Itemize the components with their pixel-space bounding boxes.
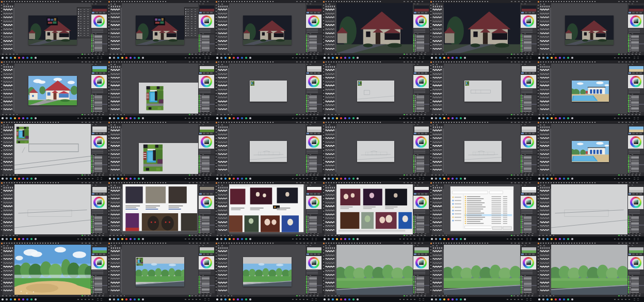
brush-panel[interactable] xyxy=(217,184,229,234)
brush-tool-icon[interactable] xyxy=(113,6,115,7)
navigator-thumbnail[interactable] xyxy=(92,66,107,73)
brush-tool-icon[interactable] xyxy=(10,247,11,249)
dropdown-checkbox[interactable] xyxy=(185,30,186,31)
panel-tabs[interactable] xyxy=(91,72,107,74)
browser-icon-red[interactable] xyxy=(340,238,342,240)
brush-tool-icon[interactable] xyxy=(326,6,327,7)
taskbar[interactable] xyxy=(429,297,537,302)
brush-tool-icon[interactable] xyxy=(328,66,329,68)
app-icon-purple[interactable] xyxy=(22,298,24,300)
app-icon-blue[interactable] xyxy=(241,117,243,119)
dropdown-row[interactable] xyxy=(78,15,90,18)
color-wheel[interactable] xyxy=(523,76,534,87)
app-icon-blue[interactable] xyxy=(134,238,136,240)
brush-tool-icon[interactable] xyxy=(441,247,443,249)
brush-tool-icon[interactable] xyxy=(111,66,112,68)
brush-stroke-list[interactable] xyxy=(432,68,443,112)
app-icon-purple[interactable] xyxy=(130,57,132,59)
dropdown-row[interactable] xyxy=(185,27,198,29)
panel-tab[interactable] xyxy=(317,193,320,195)
layers-panel[interactable] xyxy=(627,35,644,52)
explorer-icon-yellow[interactable] xyxy=(14,298,16,300)
browser-icon-blue[interactable] xyxy=(117,57,119,59)
color-slider[interactable] xyxy=(629,274,640,275)
brush-stroke-list[interactable] xyxy=(432,249,443,293)
taskbar[interactable] xyxy=(322,116,429,121)
panel-tab[interactable] xyxy=(421,12,424,13)
panel-tab[interactable] xyxy=(199,12,202,13)
brush-tool-icon[interactable] xyxy=(540,126,542,128)
color-slider[interactable] xyxy=(521,30,533,31)
panel-tabs[interactable] xyxy=(520,193,537,195)
dropdown-checkbox[interactable] xyxy=(78,16,79,17)
brush-tool-icon[interactable] xyxy=(119,126,121,128)
panel-tab[interactable] xyxy=(417,12,420,13)
brush-tool-icon[interactable] xyxy=(4,187,5,188)
brush-toolbar[interactable] xyxy=(3,247,14,249)
brush-toolbar[interactable] xyxy=(432,247,444,249)
app-icon-green[interactable] xyxy=(138,178,140,180)
brush-panel[interactable] xyxy=(539,3,551,53)
dropdown-row[interactable] xyxy=(185,35,198,37)
taskbar[interactable] xyxy=(429,236,537,242)
color-slider[interactable] xyxy=(629,153,640,154)
navigator-thumbnail[interactable] xyxy=(199,66,215,73)
brush-panel[interactable] xyxy=(110,63,122,114)
app-icon-purple[interactable] xyxy=(559,298,561,300)
brush-tool-icon[interactable] xyxy=(12,6,13,7)
panel-tab[interactable] xyxy=(206,12,209,13)
color-sliders[interactable] xyxy=(91,89,107,93)
brush-tool-icon[interactable] xyxy=(435,247,437,249)
brush-tool-icon[interactable] xyxy=(439,187,441,188)
app-icon-blue[interactable] xyxy=(26,57,28,59)
system-tray[interactable] xyxy=(292,57,310,58)
dropdown-row[interactable] xyxy=(185,18,198,20)
color-sliders[interactable] xyxy=(198,28,215,33)
brush-stroke-item[interactable] xyxy=(217,289,228,293)
brush-tool-icon[interactable] xyxy=(435,66,437,68)
taskbar[interactable] xyxy=(107,176,215,181)
app-icon-purple[interactable] xyxy=(344,238,346,240)
browser-icon-red[interactable] xyxy=(233,117,235,119)
panel-tab[interactable] xyxy=(425,193,427,195)
brush-tool-icon[interactable] xyxy=(115,66,117,68)
color-wheel[interactable] xyxy=(308,257,319,268)
brush-tool-icon[interactable] xyxy=(111,247,112,249)
taskbar-clock[interactable] xyxy=(419,178,426,180)
sv-picker[interactable] xyxy=(312,200,316,204)
sv-picker[interactable] xyxy=(634,19,638,23)
search-icon[interactable] xyxy=(435,117,437,119)
app-icon-gray[interactable] xyxy=(357,298,359,300)
brush-tool-icon[interactable] xyxy=(437,66,439,68)
color-slider[interactable] xyxy=(92,210,103,211)
taskbar[interactable] xyxy=(322,176,429,181)
sv-picker[interactable] xyxy=(419,79,424,84)
brush-tool-icon[interactable] xyxy=(224,6,226,7)
color-slider[interactable] xyxy=(414,271,425,272)
layers-panel[interactable] xyxy=(627,216,644,233)
app-icon-green[interactable] xyxy=(567,117,569,119)
panel-tab[interactable] xyxy=(417,253,420,255)
panel-tab[interactable] xyxy=(414,253,416,255)
panel-tab[interactable] xyxy=(521,133,524,134)
browser-icon-red[interactable] xyxy=(447,57,449,59)
panel-tab[interactable] xyxy=(528,193,531,195)
system-tray[interactable] xyxy=(185,118,202,119)
window-controls[interactable] xyxy=(404,243,425,244)
artwork-canvas[interactable] xyxy=(357,81,395,102)
taskbar[interactable] xyxy=(0,116,107,121)
taskbar-clock[interactable] xyxy=(312,298,319,301)
canvas-area[interactable] xyxy=(336,3,413,53)
color-slider[interactable] xyxy=(92,32,103,33)
brush-stroke-item[interactable] xyxy=(325,47,335,51)
explorer-icon-yellow[interactable] xyxy=(14,57,16,59)
system-tray[interactable] xyxy=(614,299,632,300)
color-slider[interactable] xyxy=(307,274,318,275)
canvas-area[interactable] xyxy=(229,245,305,295)
app-icon-gray[interactable] xyxy=(249,57,251,59)
artwork-canvas[interactable] xyxy=(14,184,91,234)
brush-tool-icon[interactable] xyxy=(544,6,546,7)
layers-panel[interactable] xyxy=(305,276,322,293)
artwork-canvas[interactable] xyxy=(122,184,198,234)
browser-icon-red[interactable] xyxy=(125,298,127,300)
